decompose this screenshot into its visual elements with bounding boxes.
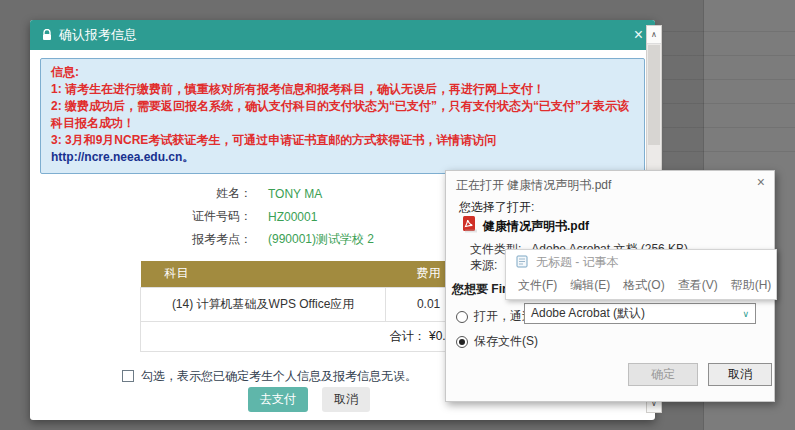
confirm-checkbox[interactable] <box>122 370 134 382</box>
open-with-selected-value: Adobe Acrobat (默认) <box>531 305 645 322</box>
table-total-row: 合计： ¥0.01 <box>141 321 472 351</box>
menu-view[interactable]: 查看(V) <box>678 277 718 294</box>
chevron-down-icon: ∨ <box>742 309 749 319</box>
menu-edit[interactable]: 编辑(E) <box>570 277 610 294</box>
save-file-row: 保存文件(S) <box>456 333 538 350</box>
file-name: 健康情况声明书.pdf <box>483 218 589 235</box>
download-ok-button[interactable]: 确定 <box>628 363 698 386</box>
close-icon[interactable]: × <box>634 27 643 43</box>
background-table-lines <box>663 8 795 158</box>
field-id-value: HZ00001 <box>268 210 317 224</box>
menu-help[interactable]: 帮助(H) <box>731 277 772 294</box>
notepad-titlebar: 无标题 - 记事本 <box>506 250 776 271</box>
download-close-icon[interactable]: × <box>757 174 765 190</box>
subject-cell: (14) 计算机基础及WPS Office应用 <box>141 287 386 321</box>
field-id-label: 证件号码： <box>40 208 252 225</box>
pay-button[interactable]: 去支付 <box>248 387 308 412</box>
menu-file[interactable]: 文件(F) <box>518 277 557 294</box>
menu-format[interactable]: 格式(O) <box>623 277 664 294</box>
notice-line-1: 1: 请考生在进行缴费前，慎重核对所有报考信息和报考科目，确认无误后，再进行网上… <box>51 81 634 98</box>
table-row: (14) 计算机基础及WPS Office应用 0.01 <box>141 287 472 321</box>
open-with-radio[interactable] <box>456 311 468 323</box>
confirm-checkbox-label: 勾选，表示您已确定考生个人信息及报考信息无误。 <box>141 368 417 385</box>
pdf-file-icon <box>462 216 477 236</box>
field-name-value: TONY MA <box>268 187 322 201</box>
screen: 确认报考信息 × 信息: 1: 请考生在进行缴费前，慎重核对所有报考信息和报考科… <box>0 0 795 430</box>
notice-box: 信息: 1: 请考生在进行缴费前，慎重核对所有报考信息和报考科目，确认无误后，再… <box>40 58 645 174</box>
chosen-open-label: 您选择了打开: <box>459 199 534 216</box>
ncre-link[interactable]: http://ncre.neea.edu.cn。 <box>51 150 194 164</box>
scrollbar-thumb[interactable] <box>648 45 660 145</box>
download-dialog-title: 正在打开 健康情况声明书.pdf <box>456 177 611 194</box>
subject-fee-table: 科目 费用 (14) 计算机基础及WPS Office应用 0.01 合计： ¥… <box>140 261 472 352</box>
field-name-label: 姓名： <box>40 185 252 202</box>
file-source-label: 来源: <box>470 258 497 272</box>
table-header-row: 科目 费用 <box>141 261 472 287</box>
modal-cancel-button[interactable]: 取消 <box>322 387 370 412</box>
notepad-window[interactable]: 无标题 - 记事本 文件(F) 编辑(E) 格式(O) 查看(V) 帮助(H) <box>505 249 777 300</box>
scroll-up-icon[interactable]: ∧ <box>647 26 661 44</box>
save-file-label: 保存文件(S) <box>474 333 538 350</box>
column-header-subject: 科目 <box>141 261 386 287</box>
confirm-dialog-title: 确认报考信息 <box>59 26 137 44</box>
notice-line-2: 2: 缴费成功后，需要返回报名系统，确认支付科目的支付状态为“已支付”，只有支付… <box>51 98 634 132</box>
modal-actions: 去支付 取消 <box>248 387 370 412</box>
field-site-label: 报考考点： <box>40 231 252 248</box>
field-site-value: (990001)测试学校 2 <box>268 231 374 248</box>
notice-line-3: 3: 3月和9月NCRE考试获证考生，可通过申请证书直邮的方式获得证书，详情请访… <box>51 132 634 166</box>
notice-header: 信息: <box>51 64 634 81</box>
file-row: 健康情况声明书.pdf <box>462 216 589 236</box>
notepad-menubar: 文件(F) 编辑(E) 格式(O) 查看(V) 帮助(H) <box>506 271 776 294</box>
download-cancel-button[interactable]: 取消 <box>708 363 772 386</box>
lock-icon <box>42 29 52 41</box>
save-file-radio[interactable] <box>456 336 468 348</box>
notepad-title: 无标题 - 记事本 <box>536 254 619 271</box>
notepad-icon <box>516 255 529 271</box>
file-source-row: 来源: <box>470 257 497 274</box>
total-cell: 合计： ¥0.01 <box>141 321 472 351</box>
confirm-dialog-titlebar: 确认报考信息 × <box>30 20 655 50</box>
open-with-select[interactable]: Adobe Acrobat (默认) ∨ <box>524 303 756 324</box>
